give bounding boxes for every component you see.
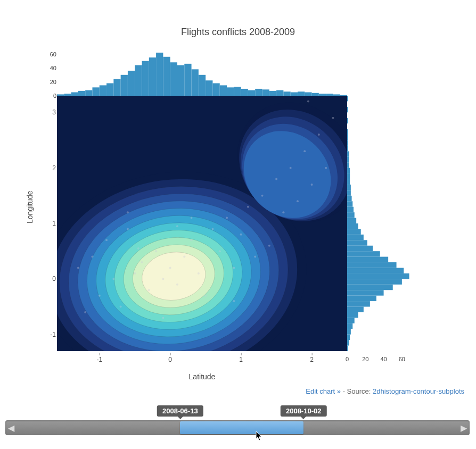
svg-rect-117 xyxy=(347,318,355,323)
svg-point-85 xyxy=(204,295,207,297)
svg-rect-118 xyxy=(347,312,358,318)
svg-rect-124 xyxy=(347,279,402,284)
svg-point-76 xyxy=(141,261,143,263)
chart-container: Flights conflicts 2008-2009 0204060 -101… xyxy=(6,0,470,399)
svg-rect-31 xyxy=(276,90,283,96)
chevron-left-icon: ◀ xyxy=(8,423,14,433)
svg-point-83 xyxy=(191,239,193,241)
svg-rect-119 xyxy=(347,307,364,312)
slider-track[interactable]: ◀ ▶ 2008-06-13 2008-10-02 xyxy=(5,420,470,435)
svg-rect-139 xyxy=(347,196,352,201)
svg-rect-3 xyxy=(78,91,85,96)
slider-next-button[interactable]: ▶ xyxy=(458,420,470,435)
svg-rect-149 xyxy=(347,140,348,145)
source-link[interactable]: 2dhistogram-contour-subplots xyxy=(373,387,464,395)
svg-point-106 xyxy=(127,211,129,213)
svg-rect-30 xyxy=(269,91,276,96)
svg-point-111 xyxy=(137,247,139,250)
svg-rect-6 xyxy=(100,85,106,96)
svg-point-97 xyxy=(290,167,292,169)
svg-point-74 xyxy=(127,228,129,230)
svg-point-108 xyxy=(162,317,164,319)
svg-rect-147 xyxy=(347,151,349,156)
svg-rect-136 xyxy=(347,212,355,218)
svg-rect-141 xyxy=(347,185,351,190)
edit-chart-link[interactable]: Edit chart » xyxy=(306,387,341,395)
svg-rect-131 xyxy=(347,240,367,245)
y-axis: -10123 xyxy=(40,96,56,351)
y-axis-label: Longitude xyxy=(26,190,34,223)
svg-rect-140 xyxy=(347,190,351,195)
svg-rect-153 xyxy=(347,107,348,112)
slider-prev-button[interactable]: ◀ xyxy=(5,420,17,435)
svg-point-101 xyxy=(318,134,320,136)
svg-point-72 xyxy=(112,278,114,280)
svg-rect-19 xyxy=(192,69,199,96)
svg-rect-125 xyxy=(347,273,409,279)
x-axis-label: Latitude xyxy=(57,372,347,381)
svg-point-110 xyxy=(176,225,178,227)
svg-point-95 xyxy=(275,178,277,180)
source-prefix: - Source: xyxy=(341,387,373,395)
svg-point-71 xyxy=(105,239,108,241)
svg-rect-145 xyxy=(347,162,349,168)
svg-point-82 xyxy=(183,256,185,258)
svg-rect-120 xyxy=(347,301,370,306)
svg-point-88 xyxy=(226,217,228,219)
svg-rect-128 xyxy=(347,257,388,262)
svg-point-107 xyxy=(191,217,193,219)
svg-rect-127 xyxy=(347,262,397,268)
svg-rect-28 xyxy=(255,89,262,96)
right-histogram xyxy=(347,96,411,351)
svg-rect-8 xyxy=(113,79,120,96)
svg-rect-14 xyxy=(156,53,163,96)
svg-rect-134 xyxy=(347,223,358,229)
svg-rect-34 xyxy=(298,92,305,96)
date-range-slider[interactable]: ◀ ▶ 2008-06-13 2008-10-02 xyxy=(5,420,470,442)
svg-rect-20 xyxy=(199,75,206,96)
slider-end-label: 2008-10-02 xyxy=(281,405,327,417)
svg-point-102 xyxy=(325,167,327,169)
svg-point-109 xyxy=(233,300,235,302)
svg-point-90 xyxy=(240,234,242,236)
svg-rect-135 xyxy=(347,218,356,223)
x-axis: -1012 xyxy=(57,353,347,363)
svg-rect-9 xyxy=(121,75,128,96)
svg-point-94 xyxy=(268,245,270,247)
svg-rect-12 xyxy=(142,61,149,96)
top-histogram xyxy=(57,51,347,96)
svg-point-77 xyxy=(148,289,150,291)
svg-rect-116 xyxy=(347,323,352,329)
svg-rect-151 xyxy=(347,129,348,135)
svg-point-81 xyxy=(176,284,178,286)
svg-rect-133 xyxy=(347,229,361,234)
svg-rect-7 xyxy=(106,83,113,96)
svg-rect-13 xyxy=(149,57,156,96)
chart-footer: Edit chart » - Source: 2dhistogram-conto… xyxy=(6,387,470,395)
density-contour-plot[interactable] xyxy=(57,96,347,351)
svg-rect-113 xyxy=(347,340,349,345)
svg-point-84 xyxy=(198,272,200,275)
svg-point-89 xyxy=(233,267,235,269)
svg-rect-114 xyxy=(347,335,350,340)
svg-point-75 xyxy=(134,272,136,275)
svg-rect-11 xyxy=(135,65,142,96)
svg-rect-154 xyxy=(347,96,348,101)
svg-rect-21 xyxy=(206,80,212,96)
slider-range-handle[interactable] xyxy=(180,421,303,434)
svg-point-103 xyxy=(332,117,334,119)
top-hist-y-axis: 0204060 xyxy=(42,51,56,96)
svg-rect-144 xyxy=(347,168,350,173)
svg-point-105 xyxy=(84,311,86,313)
svg-point-91 xyxy=(247,206,249,208)
svg-point-104 xyxy=(307,100,309,102)
svg-rect-150 xyxy=(347,135,348,140)
svg-point-79 xyxy=(162,278,164,280)
svg-point-96 xyxy=(282,211,284,213)
svg-point-87 xyxy=(219,250,221,252)
svg-rect-123 xyxy=(347,285,393,290)
svg-rect-27 xyxy=(248,90,255,96)
svg-rect-5 xyxy=(92,87,99,96)
chart-title: Flights conflicts 2008-2009 xyxy=(6,0,470,38)
svg-rect-4 xyxy=(85,90,92,96)
